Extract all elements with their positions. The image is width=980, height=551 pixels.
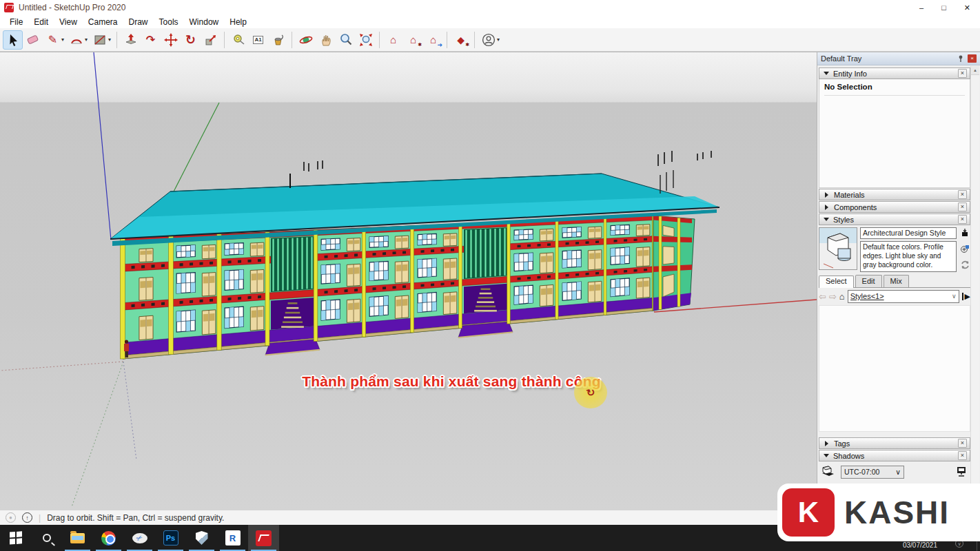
- start-button[interactable]: [0, 525, 31, 551]
- panel-close-button[interactable]: ×: [958, 451, 967, 460]
- search-icon: [43, 534, 51, 542]
- shadow-display-icon[interactable]: [957, 466, 966, 478]
- folder-icon: [70, 533, 85, 543]
- pin-icon[interactable]: [957, 54, 965, 63]
- menu-view[interactable]: View: [54, 17, 83, 27]
- taskbar-clock[interactable]: 03/07/2021: [903, 541, 937, 549]
- taskbar-file-explorer[interactable]: [62, 525, 93, 551]
- credits-icon[interactable]: ↑: [22, 512, 32, 523]
- scale-tool-icon[interactable]: [201, 30, 221, 50]
- eraser-tool-icon[interactable]: [23, 30, 43, 50]
- tray-close-button[interactable]: ×: [968, 54, 977, 63]
- sketchup-window: Untitled - SketchUp Pro 2020 – □ ✕ File …: [0, 0, 980, 551]
- 3d-warehouse-icon[interactable]: ⌂: [383, 30, 403, 50]
- panel-header-styles[interactable]: Styles ×: [819, 214, 970, 225]
- back-icon[interactable]: ⇦: [819, 291, 826, 302]
- menu-help[interactable]: Help: [224, 17, 252, 27]
- menu-window[interactable]: Window: [184, 17, 225, 27]
- style-description-field[interactable]: Default face colors. Profile edges. Ligh…: [860, 241, 957, 272]
- line-tool-icon[interactable]: ✎: [43, 30, 63, 50]
- default-tray: Default Tray × ▲ Entity Info × No Select…: [817, 52, 980, 510]
- select-tool-icon[interactable]: [3, 30, 23, 50]
- menu-tools[interactable]: Tools: [154, 17, 184, 27]
- push-pull-tool-icon[interactable]: [121, 30, 141, 50]
- taskbar-snipping-tool[interactable]: ✂: [124, 525, 155, 551]
- tray-title-bar[interactable]: Default Tray ×: [817, 52, 980, 65]
- no-selection-label: No Selection: [824, 83, 965, 96]
- taskbar-sketchup[interactable]: [248, 525, 279, 551]
- sketchup-logo-icon: [4, 3, 14, 12]
- show-secondary-pane-icon[interactable]: [961, 229, 969, 238]
- extension-manager-icon[interactable]: ◆✱: [451, 30, 471, 50]
- rectangle-tool-icon[interactable]: [90, 30, 110, 50]
- create-style-icon[interactable]: [960, 245, 970, 255]
- tab-mix[interactable]: Mix: [884, 275, 909, 287]
- maximize-button[interactable]: □: [941, 1, 946, 14]
- panel-title: Materials: [834, 191, 865, 199]
- panel-header-tags[interactable]: Tags ×: [819, 437, 970, 449]
- kashi-watermark: K KASHI: [777, 484, 980, 541]
- entity-info-body: No Selection: [819, 79, 970, 188]
- orbit-cursor-icon: ↻: [585, 386, 597, 400]
- tab-edit[interactable]: Edit: [855, 275, 882, 287]
- tray-scrollbar[interactable]: ▲: [970, 66, 979, 510]
- panel-title: Components: [834, 203, 877, 211]
- geolocation-icon[interactable]: ●: [6, 512, 16, 523]
- panel-header-shadows[interactable]: Shadows ×: [819, 450, 970, 461]
- zoom-extents-tool-icon[interactable]: [356, 30, 376, 50]
- style-name-field[interactable]: Architectural Design Style: [860, 227, 957, 239]
- panel-header-materials[interactable]: Materials ×: [819, 189, 970, 200]
- pan-tool-icon[interactable]: [316, 30, 336, 50]
- menu-draw[interactable]: Draw: [123, 17, 154, 27]
- arrow-mini-icon: ➜: [438, 41, 443, 48]
- zoom-tool-icon[interactable]: [336, 30, 356, 50]
- 3d-model-canvas: [0, 52, 817, 510]
- account-icon[interactable]: [478, 30, 498, 50]
- taskbar-search-button[interactable]: [31, 525, 62, 551]
- panel-close-button[interactable]: ×: [958, 190, 967, 199]
- minimize-button[interactable]: –: [919, 1, 923, 14]
- panel-close-button[interactable]: ×: [958, 215, 967, 224]
- text-tool-icon[interactable]: A1: [248, 30, 268, 50]
- menu-file[interactable]: File: [4, 17, 28, 27]
- photoshop-icon: Ps: [163, 530, 178, 545]
- taskbar-revit[interactable]: R: [217, 525, 248, 551]
- tape-measure-tool-icon[interactable]: [228, 30, 248, 50]
- collapse-arrow-icon: [825, 441, 831, 446]
- taskbar-photoshop[interactable]: Ps: [155, 525, 186, 551]
- panel-close-button[interactable]: ×: [958, 202, 967, 211]
- windows-logo-icon: [10, 532, 22, 545]
- update-style-icon[interactable]: [961, 260, 970, 271]
- panel-header-components[interactable]: Components ×: [819, 201, 970, 213]
- panel-close-button[interactable]: ×: [958, 439, 967, 448]
- tab-select[interactable]: Select: [819, 276, 854, 288]
- home-icon[interactable]: ⌂: [839, 291, 845, 302]
- paint-bucket-tool-icon[interactable]: [268, 30, 288, 50]
- styles-collection-dropdown[interactable]: Styles<1> ∨: [848, 290, 959, 303]
- collapse-arrow-icon: [825, 205, 831, 210]
- close-button[interactable]: ✕: [964, 1, 970, 14]
- toggle-shadows-icon[interactable]: [820, 464, 835, 479]
- menu-camera[interactable]: Camera: [83, 17, 123, 27]
- extension-warehouse-icon[interactable]: ⌂✱: [403, 30, 423, 50]
- move-tool-icon[interactable]: [161, 30, 181, 50]
- arc-tool-icon[interactable]: [66, 30, 86, 50]
- model-viewport[interactable]: Thành phẩm sau khi xuất sang thành công …: [0, 52, 817, 510]
- details-menu-icon[interactable]: ▶: [962, 293, 970, 300]
- styles-list[interactable]: [819, 305, 970, 432]
- panel-close-button[interactable]: ×: [958, 69, 967, 78]
- forward-icon[interactable]: ⇨: [829, 291, 837, 302]
- taskbar-windows-security[interactable]: [186, 525, 217, 551]
- share-model-icon[interactable]: ⌂➜: [423, 30, 443, 50]
- taskbar-chrome[interactable]: [93, 525, 124, 551]
- panel-header-entity-info[interactable]: Entity Info ×: [819, 67, 970, 79]
- style-thumbnail[interactable]: [819, 227, 857, 270]
- timezone-dropdown[interactable]: UTC-07:00 ∨: [841, 466, 904, 479]
- scroll-up-icon[interactable]: ▲: [971, 66, 979, 75]
- rotate-tool-icon[interactable]: ↻: [181, 30, 201, 50]
- toolbar-separator: [474, 32, 475, 48]
- orbit-tool-icon[interactable]: [296, 30, 316, 50]
- status-hint: Drag to orbit. Shift = Pan, Ctrl = suspe…: [47, 513, 224, 523]
- follow-me-tool-icon[interactable]: ↷: [141, 30, 161, 50]
- menu-edit[interactable]: Edit: [28, 17, 54, 27]
